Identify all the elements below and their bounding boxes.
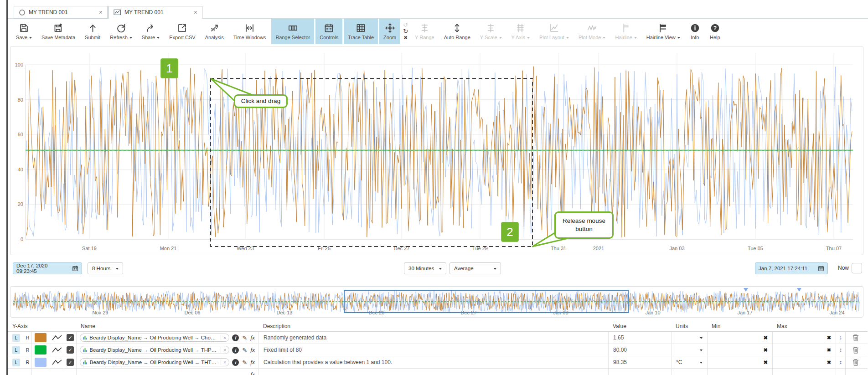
toolbar-plot-mode-button[interactable]: Plot Mode xyxy=(574,19,610,44)
toolbar-time-windows-button[interactable]: Time Windows xyxy=(229,19,270,44)
tab-close-icon[interactable]: × xyxy=(99,9,103,15)
x-axis-tick-label: Thu 31 xyxy=(551,246,566,251)
end-datetime-input[interactable]: Jan 7, 2021 17:24:11 xyxy=(755,262,828,274)
tab-my-trend-001-1[interactable]: MY TREND 001 × xyxy=(14,6,108,19)
chip-close-icon[interactable]: × xyxy=(221,360,226,365)
calendar-icon[interactable] xyxy=(69,265,78,272)
trace-table: Y-Axis Name Description Value Units Min … xyxy=(8,321,868,375)
toolbar-plot-layout-button[interactable]: Plot Layout xyxy=(535,19,573,44)
trace-visibility-checkbox[interactable]: ✓ xyxy=(67,334,74,341)
toolbar-refresh-button[interactable]: Refresh xyxy=(106,19,136,44)
trace-chip[interactable]: Beardy Display_Name → Oil Producing Well… xyxy=(80,358,229,366)
toolbar-y-scale-button[interactable]: Y Scale xyxy=(476,19,506,44)
aggregate-dropdown[interactable]: Average xyxy=(450,262,501,274)
trace-color-swatch[interactable] xyxy=(35,333,46,342)
right-axis-button[interactable]: R xyxy=(24,346,31,354)
trace-color-swatch[interactable] xyxy=(35,358,46,367)
time-window-value: 8 Hours xyxy=(92,266,110,271)
toolbar-y-range-button[interactable]: Y Range xyxy=(411,19,439,44)
left-axis-button[interactable]: L xyxy=(12,359,20,366)
edit-icon[interactable]: ✎ xyxy=(242,359,247,366)
units-dropdown[interactable] xyxy=(671,332,707,344)
toolbar-controls-button[interactable]: Controls xyxy=(315,19,342,44)
submit-icon xyxy=(88,22,98,34)
y-range-icon[interactable]: ↕ xyxy=(839,334,842,341)
trace-visibility-checkbox[interactable]: ✓ xyxy=(67,359,74,366)
tab-my-trend-001-2[interactable]: MY TREND 001 × xyxy=(108,6,202,19)
tab-close-icon[interactable]: × xyxy=(194,9,197,15)
interval-value: 30 Minutes xyxy=(408,266,434,271)
formula-icon[interactable]: fx xyxy=(250,346,255,354)
toolbar-save-button[interactable]: Save xyxy=(12,19,36,44)
y-range-icon[interactable]: ↕ xyxy=(839,359,842,365)
y-range-icon[interactable]: ↕ xyxy=(839,347,842,353)
overview-marker-icon[interactable] xyxy=(744,288,748,292)
toolbar-export-csv-button[interactable]: Export CSV xyxy=(165,19,199,44)
min-clear-icon[interactable]: ✖ xyxy=(764,360,768,365)
line-style-button[interactable] xyxy=(52,334,62,341)
right-axis-button[interactable]: R xyxy=(24,359,31,366)
left-axis-button[interactable]: L xyxy=(12,346,20,354)
info-icon[interactable]: i xyxy=(232,359,239,366)
interval-dropdown[interactable]: 30 Minutes xyxy=(404,262,446,274)
toolbar-zoom-button[interactable]: Zoom xyxy=(379,19,400,44)
max-clear-icon[interactable]: ✖ xyxy=(827,335,831,341)
export-csv-icon xyxy=(177,22,187,34)
toolbar-submit-button[interactable]: Submit xyxy=(81,19,104,44)
trace-chip[interactable]: Beardy Display_Name → Oil Producing Well… xyxy=(80,334,229,342)
trace-color-swatch[interactable] xyxy=(35,345,46,354)
units-dropdown[interactable]: °C xyxy=(671,356,707,368)
edit-icon[interactable]: ✎ xyxy=(242,334,247,341)
toolbar-save-metadata-button[interactable]: Save Metadata xyxy=(37,19,79,44)
overview-selection-window[interactable] xyxy=(344,290,628,313)
line-style-button[interactable] xyxy=(52,347,62,354)
max-clear-icon[interactable]: ✖ xyxy=(827,347,831,353)
toolbar-label: Controls xyxy=(320,35,338,40)
overview-tick-label: Nov 29 xyxy=(93,310,108,315)
range-selector-icon xyxy=(288,22,298,34)
right-axis-button[interactable]: R xyxy=(24,334,31,342)
toolbar-help-button[interactable]: ?Help xyxy=(706,19,724,44)
calendar-icon[interactable] xyxy=(815,265,824,272)
overview-strip-canvas[interactable]: Nov 29Dec 06Dec 13Dec 20Dec 27Jan 03Jan … xyxy=(10,287,863,317)
overview-marker-icon[interactable] xyxy=(797,288,801,292)
min-clear-icon[interactable]: ✖ xyxy=(764,347,768,353)
redo-icon[interactable]: ↻ xyxy=(403,28,408,35)
now-checkbox[interactable] xyxy=(852,263,862,273)
main-chart-canvas[interactable]: 020406080100Sat 19Mon 21Wed 23Fri 25Dec … xyxy=(10,46,863,255)
chip-close-icon[interactable]: × xyxy=(221,335,226,340)
formula-icon[interactable]: fx xyxy=(250,334,255,341)
toolbar-hairline-button[interactable]: Hairline xyxy=(611,19,641,44)
toolbar-y-axis-button[interactable]: Y Axis xyxy=(507,19,534,44)
toolbar-share-button[interactable]: Share xyxy=(138,19,164,44)
info-icon[interactable]: i xyxy=(232,334,239,341)
zoom-out-icon[interactable]: ✖ xyxy=(403,35,407,41)
delete-trace-icon[interactable] xyxy=(852,359,859,366)
delete-trace-icon[interactable] xyxy=(852,346,859,354)
toolbar-trace-table-button[interactable]: Trace Table xyxy=(344,19,378,44)
toolbar-hairline-view-button[interactable]: Hairline View xyxy=(642,19,684,44)
edit-icon[interactable]: ✎ xyxy=(242,347,247,354)
trace-chip[interactable]: Beardy Display_Name → Oil Producing Well… xyxy=(80,346,229,354)
delete-trace-icon[interactable] xyxy=(852,334,859,341)
trace-table-header: Y-Axis Name Description Value Units Min … xyxy=(8,321,868,332)
toolbar-range-selector-button[interactable]: Range Selector xyxy=(271,19,314,44)
formula-icon[interactable]: fx xyxy=(250,359,255,366)
time-window-dropdown[interactable]: 8 Hours xyxy=(88,262,123,274)
info-icon[interactable]: i xyxy=(232,347,239,354)
min-clear-icon[interactable]: ✖ xyxy=(764,335,768,341)
toolbar-label: Zoom xyxy=(383,35,396,40)
toolbar-auto-range-button[interactable]: Auto Range xyxy=(440,19,475,44)
units-dropdown[interactable] xyxy=(671,344,707,356)
line-style-button[interactable] xyxy=(52,359,62,366)
undo-icon[interactable]: ↺ xyxy=(403,22,408,28)
formula-icon[interactable]: fx xyxy=(250,371,255,375)
start-datetime-input[interactable]: Dec 17, 2020 09:23:45 xyxy=(13,262,82,274)
toolbar-info-button[interactable]: Info xyxy=(686,19,704,44)
chip-close-icon[interactable]: × xyxy=(221,347,226,353)
max-clear-icon[interactable]: ✖ xyxy=(827,360,831,365)
left-axis-button[interactable]: L xyxy=(12,334,20,342)
toolbar-analysis-button[interactable]: Analysis xyxy=(201,19,228,44)
trace-visibility-checkbox[interactable]: ✓ xyxy=(67,346,74,354)
overview-tick-label: Jan 17 xyxy=(737,310,752,315)
